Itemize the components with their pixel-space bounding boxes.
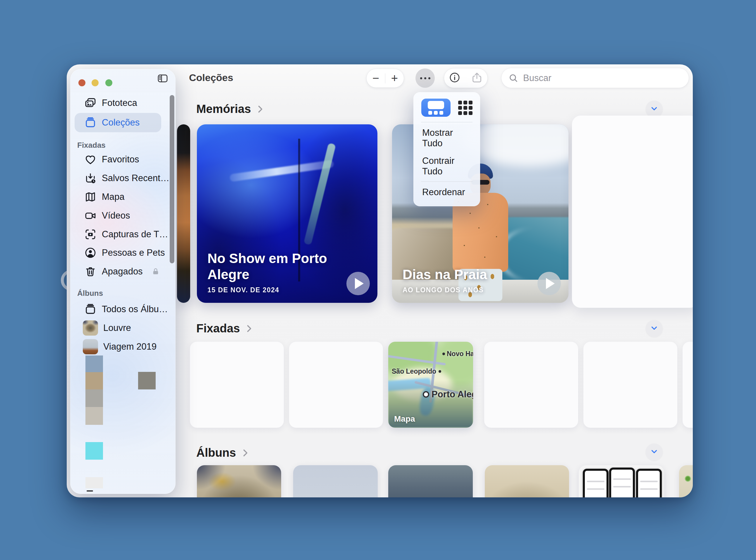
album-thumbnail — [83, 320, 98, 336]
sidebar-scrollbar[interactable] — [170, 95, 174, 263]
pinned-heading[interactable]: Fixadas — [196, 322, 254, 335]
sidebar-item-label: Vídeos — [102, 211, 130, 221]
sidebar-item-viagem-2019[interactable]: Viagem 2019 — [70, 337, 176, 356]
desktop: Coleções − + — [0, 0, 756, 560]
sidebar-item-label: Capturas de T… — [102, 229, 168, 240]
photos-window: Coleções − + — [67, 64, 693, 497]
close-button[interactable] — [78, 79, 85, 86]
zoom-out-button[interactable]: − — [366, 69, 385, 87]
pinned-card-placeholder[interactable] — [289, 342, 383, 428]
chevron-right-icon — [255, 104, 265, 114]
albums-collapse-button[interactable] — [646, 443, 663, 461]
sidebar-item-apagados[interactable]: Apagados — [70, 262, 176, 281]
map-icon — [84, 191, 97, 203]
album-thumb[interactable] — [485, 465, 569, 497]
ellipsis-icon — [420, 77, 422, 79]
pinned-card-map[interactable]: Novo Hambu São Leopoldo Porto Aleg Mapa — [388, 342, 473, 428]
toolbar-pill — [444, 68, 488, 88]
all-albums-icon — [84, 303, 97, 315]
pinned-card-placeholder[interactable] — [484, 342, 578, 428]
memory-card-no-show[interactable]: No Show em Porto Alegre 15 DE NOV. DE 20… — [197, 124, 377, 303]
pinned-collapse-button[interactable] — [646, 320, 663, 337]
memory-subtitle: AO LONGO DOS ANOS — [402, 286, 531, 294]
sidebar-item-salvos-recentemente[interactable]: Salvos Recent… — [70, 169, 176, 187]
chevron-down-icon — [650, 448, 658, 456]
play-button[interactable] — [537, 272, 561, 295]
menu-divider — [421, 181, 473, 182]
lock-icon — [152, 267, 160, 276]
sidebar-item-favoritos[interactable]: Favoritos — [70, 150, 176, 169]
recently-saved-icon — [84, 172, 97, 184]
memory-card-previous[interactable] — [177, 124, 190, 303]
sidebar-item-pessoas-e-pets[interactable]: Pessoas e Pets — [70, 243, 176, 262]
play-button[interactable] — [346, 272, 370, 295]
zoom-in-button[interactable]: + — [385, 69, 404, 87]
cards-view-toggle[interactable] — [421, 99, 451, 117]
pinned-card-placeholder[interactable] — [190, 342, 284, 428]
minimize-button[interactable] — [92, 79, 99, 86]
album-thumbnail — [83, 339, 98, 354]
zoom-control: − + — [366, 69, 404, 87]
info-button[interactable] — [445, 69, 464, 87]
share-icon — [471, 72, 483, 84]
albums-heading[interactable]: Álbuns — [196, 446, 250, 459]
sidebar-item-capturas-de-tela[interactable]: Capturas de T… — [70, 225, 176, 244]
search-icon — [509, 73, 518, 83]
sidebar-item-todos-os-albuns[interactable]: Todos os Álbu… — [70, 300, 176, 319]
sidebar-item-colecoes[interactable]: Coleções — [75, 113, 161, 132]
collections-icon — [84, 117, 97, 129]
album-thumb[interactable] — [293, 465, 378, 497]
sidebar-item-label: Todos os Álbu… — [102, 304, 168, 315]
view-toggle-row — [413, 97, 480, 121]
memories-heading[interactable]: Memórias — [196, 102, 265, 116]
share-button[interactable] — [468, 69, 486, 87]
sidebar-item-louvre[interactable]: Louvre — [70, 319, 176, 337]
video-icon — [84, 209, 97, 222]
album-thumb-louvre[interactable] — [197, 465, 281, 497]
sidebar-item-fototeca[interactable]: Fototeca — [70, 94, 176, 112]
sidebar-item-label: Pessoas e Pets — [102, 247, 165, 258]
fullscreen-button[interactable] — [105, 79, 112, 86]
search-field[interactable] — [501, 68, 689, 88]
cards-view-icon — [428, 101, 444, 109]
memories-collapse-button[interactable] — [646, 101, 663, 118]
chevron-right-icon — [240, 448, 250, 458]
more-options-button[interactable] — [415, 68, 435, 88]
people-icon — [84, 247, 97, 259]
guitar-shape — [230, 160, 334, 182]
grid-view-toggle[interactable] — [458, 101, 473, 115]
menu-item-reorder[interactable]: Reordenar — [413, 183, 480, 201]
toggle-sidebar-button[interactable] — [156, 73, 169, 85]
memory-caption: No Show em Porto Alegre 15 DE NOV. DE 20… — [207, 251, 339, 294]
thumbnail-block — [85, 442, 103, 460]
phone-screenshot — [583, 469, 609, 497]
sidebar-section-albuns: Álbuns — [77, 289, 103, 298]
search-input[interactable] — [522, 73, 682, 84]
thumbnail-block — [85, 389, 103, 407]
memory-card-placeholder[interactable] — [572, 116, 693, 308]
menu-divider — [421, 122, 473, 122]
menu-item-show-all[interactable]: Mostrar Tudo — [413, 124, 480, 152]
album-thumb-screenshots[interactable] — [579, 465, 664, 497]
grid-view-icon — [458, 101, 462, 104]
sidebar-item-label: Viagem 2019 — [103, 341, 157, 352]
map-label-novo-hamburgo: Novo Hambu — [442, 350, 473, 358]
sidebar-item-videos[interactable]: Vídeos — [70, 206, 176, 225]
sidebar-item-label: Coleções — [102, 117, 140, 128]
phone-screenshot — [636, 469, 662, 497]
chevron-right-icon — [244, 324, 254, 334]
album-thumb[interactable] — [388, 465, 473, 497]
sidebar-item-mapa[interactable]: Mapa — [70, 187, 176, 206]
thumbnail-block — [138, 372, 156, 389]
sidebar-item-label: Apagados — [102, 266, 143, 277]
pinned-card-placeholder[interactable] — [682, 342, 693, 428]
thumbnail-block — [85, 477, 103, 488]
pinned-card-placeholder[interactable] — [583, 342, 677, 428]
sidebar-item-label: Salvos Recent… — [102, 173, 170, 183]
sidebar-item-label: Louvre — [103, 323, 131, 333]
trash-icon — [84, 265, 97, 278]
memory-title: No Show em Porto Alegre — [207, 251, 333, 283]
menu-item-collapse-all[interactable]: Contrair Tudo — [413, 152, 480, 180]
thumbnail-block — [85, 372, 103, 389]
memory-caption: Dias na Praia AO LONGO DOS ANOS — [402, 266, 531, 294]
